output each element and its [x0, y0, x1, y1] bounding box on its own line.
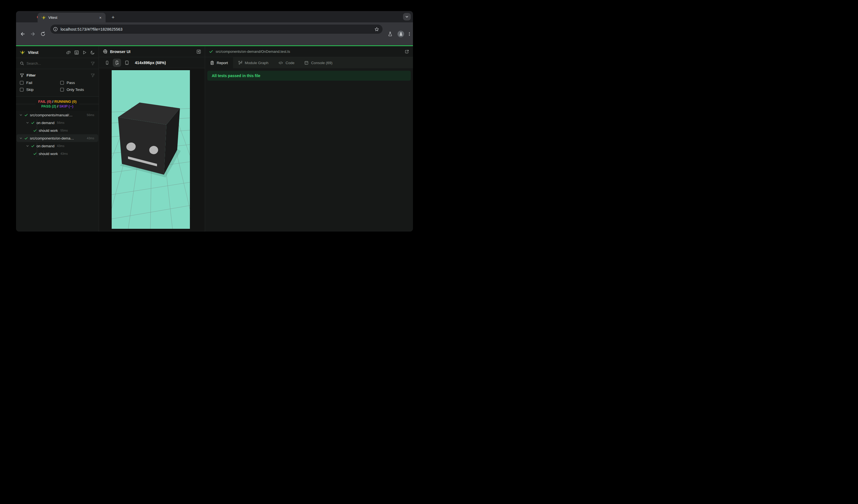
pass-check-icon — [33, 129, 37, 132]
checkbox-skip[interactable]: Skip — [20, 87, 60, 92]
bookmark-star-icon[interactable] — [374, 27, 379, 32]
pass-check-icon — [31, 121, 34, 125]
pass-count: PASS (2) — [42, 104, 57, 108]
globe-icon — [103, 49, 108, 54]
device-toolbar: 414x896px (68%) — [99, 57, 205, 68]
device-smartphone-plus-button[interactable] — [113, 59, 121, 67]
browser-toolbar: localhost:5173/#/?file=1828625563 — [16, 22, 413, 45]
open-panel-right-icon[interactable] — [196, 49, 201, 54]
url-text[interactable]: localhost:5173/#/?file=1828625563 — [61, 27, 371, 32]
forward-button[interactable] — [30, 31, 36, 37]
test-tree-row[interactable]: src/components/on-dema…43ms — [17, 134, 98, 142]
fail-count: FAIL (0) — [38, 99, 51, 103]
test-tree-row[interactable]: on demand43ms — [17, 142, 98, 150]
checkbox-fail[interactable]: Fail — [20, 81, 60, 85]
chevron-down-icon[interactable] — [19, 137, 22, 140]
checkbox-pass[interactable]: Pass — [60, 81, 95, 85]
clear-search-filter-icon[interactable] — [91, 61, 95, 65]
tab-report[interactable]: Report — [205, 57, 233, 68]
test-file-path: src/components/on-demand/OnDemand.test.t… — [216, 49, 402, 54]
module-graph-icon — [238, 61, 242, 65]
results-tab-bar: Report Module Graph Code Console (69) — [205, 57, 413, 68]
pass-check-icon — [31, 144, 34, 148]
tab-module-graph[interactable]: Module Graph — [233, 57, 274, 68]
skip-count: SKIP (--) — [59, 104, 73, 108]
filter-funnel-icon — [20, 73, 24, 77]
test-name: on demand — [36, 144, 54, 148]
test-tree: src/components/manual/…56mson demand56ms… — [17, 111, 98, 158]
test-run-summary: FAIL (0) / RUNNING (0) PASS (2) / SKIP (… — [16, 97, 99, 111]
pass-check-icon — [24, 113, 28, 117]
results-header: src/components/on-demand/OnDemand.test.t… — [205, 46, 413, 57]
profile-avatar[interactable] — [397, 31, 404, 37]
threejs-cube-scene — [112, 70, 190, 229]
search-input[interactable] — [27, 61, 88, 65]
test-tree-row[interactable]: src/components/manual/…56ms — [17, 111, 98, 119]
reload-button[interactable] — [41, 31, 46, 36]
person-icon — [399, 32, 403, 36]
back-button[interactable] — [20, 31, 26, 37]
device-tablet-button[interactable] — [123, 59, 131, 67]
console-icon — [304, 61, 308, 65]
pass-check-icon — [24, 136, 28, 140]
chevron-down-icon[interactable] — [19, 114, 22, 117]
test-duration: 43ms — [57, 144, 64, 148]
preview-header: Browser UI — [99, 46, 205, 57]
dark-mode-moon-icon[interactable] — [90, 50, 95, 55]
new-tab-button[interactable]: + — [109, 14, 117, 21]
app-title: Vitest — [28, 50, 64, 55]
site-info-icon[interactable] — [53, 27, 58, 32]
test-duration: 43ms — [60, 152, 68, 155]
test-name: should work — [39, 129, 58, 133]
test-explorer-sidebar: Vitest — [16, 46, 99, 231]
device-smartphone-button[interactable] — [103, 59, 111, 67]
experiments-flask-icon[interactable] — [387, 31, 393, 36]
vitest-ui: Vitest — [16, 45, 413, 231]
vitest-favicon — [42, 15, 46, 20]
clear-filter-icon[interactable] — [91, 73, 95, 77]
all-tests-passed-banner: All tests passed in this file — [207, 71, 411, 81]
tab-code[interactable]: Code — [273, 57, 299, 68]
vitest-logo — [20, 50, 25, 55]
viewport-size-label: 414x896px (68%) — [135, 61, 166, 65]
test-name: on demand — [36, 121, 54, 125]
collapse-tests-icon[interactable] — [66, 50, 71, 55]
tab-close-icon[interactable]: × — [98, 15, 103, 20]
open-in-new-tab-icon[interactable] — [405, 49, 409, 54]
clipboard-icon — [210, 61, 214, 65]
chevron-down-icon — [405, 15, 409, 18]
checkbox-only-tests[interactable]: Only Tests — [60, 87, 95, 92]
test-name: should work — [39, 152, 58, 156]
preview-title: Browser UI — [110, 49, 194, 54]
address-bar[interactable]: localhost:5173/#/?file=1828625563 — [50, 25, 383, 34]
chevron-down-icon[interactable] — [26, 121, 29, 124]
code-icon — [279, 61, 283, 65]
search-icon — [20, 61, 24, 65]
run-all-icon[interactable] — [82, 50, 87, 55]
test-duration: 56ms — [57, 121, 64, 124]
pass-check-icon — [33, 152, 37, 156]
tester-iframe[interactable] — [112, 70, 190, 229]
tab-strip: Vitest × + — [16, 11, 413, 22]
test-duration: 43ms — [87, 136, 94, 140]
chevron-down-icon[interactable] — [26, 145, 29, 148]
tab-search-button[interactable] — [403, 13, 411, 20]
preview-stage — [99, 68, 205, 231]
test-duration: 55ms — [60, 129, 68, 132]
test-name: src/components/manual/… — [30, 113, 73, 117]
browser-menu-icon[interactable] — [407, 32, 412, 36]
test-name: src/components/on-dema… — [30, 136, 74, 140]
dashboard-report-icon[interactable] — [74, 50, 79, 55]
tab-title: Vitest — [48, 15, 95, 20]
browser-window: Vitest × + localhost:5173/#/?file=182862… — [16, 11, 413, 231]
running-count: RUNNING (0) — [54, 99, 77, 103]
filter-panel: Filter Fail Pass Skip Only Tests — [16, 69, 99, 97]
tab-console[interactable]: Console (69) — [299, 57, 337, 68]
test-tree-row[interactable]: on demand56ms — [17, 119, 98, 127]
test-tree-row[interactable]: should work43ms — [17, 150, 98, 158]
file-pass-check-icon — [209, 49, 213, 54]
test-tree-row[interactable]: should work55ms — [17, 127, 98, 134]
browser-tab[interactable]: Vitest × — [37, 13, 106, 22]
filter-title: Filter — [27, 73, 88, 77]
test-duration: 56ms — [87, 113, 94, 117]
